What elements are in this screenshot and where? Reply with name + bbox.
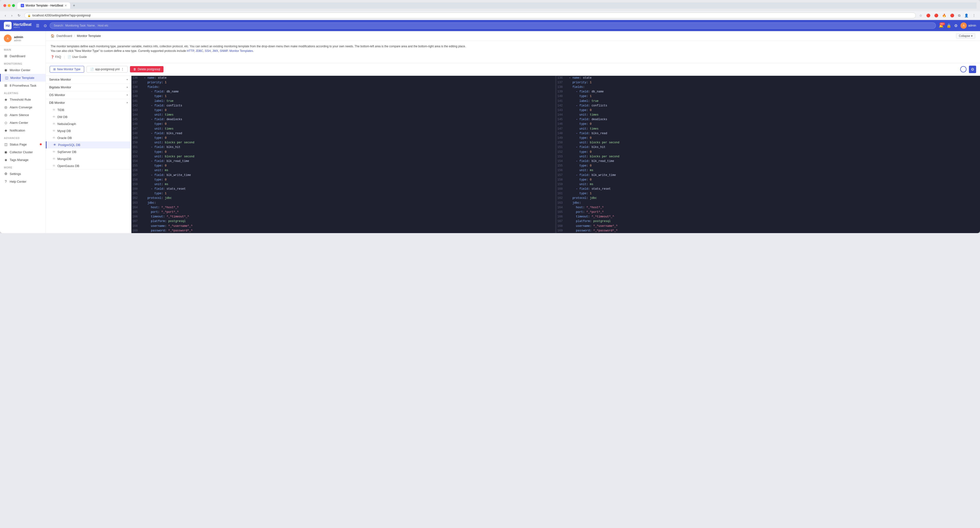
sidebar-item-label: Settings bbox=[10, 172, 21, 175]
extensions-btn[interactable]: ⧉ bbox=[957, 13, 961, 18]
user-guide-icon: 📄 bbox=[67, 55, 71, 59]
maximize-button[interactable] bbox=[12, 4, 15, 7]
protocol-jmx[interactable]: JMX bbox=[212, 49, 218, 53]
protocol-http[interactable]: HTTP bbox=[187, 49, 194, 53]
list-item-nebula[interactable]: 👁 NebulaGraph bbox=[46, 120, 131, 128]
logo-area: Hz HertzBeat HERTZ bbox=[4, 22, 32, 29]
breadcrumb-home-label[interactable]: DashBoard bbox=[56, 34, 72, 38]
back-button[interactable]: ‹ bbox=[3, 13, 8, 18]
service-monitor-header[interactable]: Service Monitor ▾ bbox=[46, 76, 131, 83]
protocol-snmp[interactable]: SNMP bbox=[220, 49, 228, 53]
line-content: - field: blks_read bbox=[565, 131, 980, 136]
sidebar-item-dashboard[interactable]: ⊞ DashBoard bbox=[0, 52, 46, 60]
faq-link[interactable]: ❓ FAQ bbox=[51, 55, 61, 59]
sidebar-item-alarm-center[interactable]: ◇ Alarm Center bbox=[0, 119, 46, 126]
code-pane-left[interactable]: 136 - name: state 137 priority: 1 138 fi… bbox=[131, 76, 555, 233]
extension-icon-2[interactable]: 🔴 bbox=[933, 13, 939, 18]
bigdata-monitor-header[interactable]: Bigdata Monitor ▾ bbox=[46, 83, 131, 91]
line-content: - field: blks_hit bbox=[565, 145, 980, 150]
code-line: 139 - field: db_name bbox=[557, 89, 980, 94]
profile-icon[interactable]: 👤 bbox=[963, 13, 969, 18]
code-line: 137 priority: 1 bbox=[131, 80, 555, 85]
notification-button[interactable]: 🔔 99+ bbox=[939, 23, 943, 28]
sidebar-user: A admin admin bbox=[0, 31, 46, 46]
line-content: unit: blocks per second bbox=[565, 155, 980, 159]
settings-float-button[interactable]: ⚙ bbox=[969, 65, 976, 73]
sidebar-item-alarm-silence[interactable]: ◎ Alarm Silence bbox=[0, 111, 46, 119]
line-number: 163 bbox=[557, 201, 566, 205]
code-line: 151 - field: blks_hit bbox=[131, 145, 555, 150]
header-menu-button[interactable]: ☰ bbox=[35, 22, 41, 29]
code-line: 166 timeout: ^_^timeout^_^ bbox=[557, 215, 980, 219]
sidebar-item-tags-manage[interactable]: ◈ Tags Manage bbox=[0, 156, 46, 164]
sidebar-role: admin bbox=[14, 39, 23, 42]
item-label: MongoDB bbox=[57, 157, 72, 161]
list-item-oracle[interactable]: 👁 Oracle DB bbox=[46, 134, 131, 141]
bookmark-icon[interactable]: ☆ bbox=[918, 13, 923, 18]
lock-icon-btn[interactable]: 🔒 bbox=[947, 23, 951, 28]
sidebar-item-monitor-template[interactable]: ◫ Monitor Template bbox=[0, 74, 46, 81]
sidebar-item-settings[interactable]: ⚙ Settings bbox=[0, 170, 46, 178]
protocol-ssh[interactable]: SSH bbox=[205, 49, 211, 53]
list-item-mysql[interactable]: 👁 Mysql DB bbox=[46, 128, 131, 134]
line-number: 166 bbox=[557, 215, 566, 219]
user-button[interactable]: A admin bbox=[961, 22, 976, 29]
collapse-arrow-icon: ▾ bbox=[971, 34, 972, 38]
sidebar-item-prometheus-task[interactable]: ⊞ 8 Prometheus Task bbox=[0, 81, 46, 89]
sidebar-item-monitor-center[interactable]: ◉ Monitor Center bbox=[0, 66, 46, 74]
settings-icon-btn[interactable]: ⚙ bbox=[954, 23, 958, 28]
address-bar[interactable]: 🔒 localhost:4200/setting/define?app=post… bbox=[24, 13, 916, 18]
sidebar-item-status-page[interactable]: ◫ Status Page bbox=[0, 140, 46, 148]
list-item-dmdb[interactable]: 👁 DM DB bbox=[46, 113, 131, 120]
extension-icon-4[interactable]: 🔴 bbox=[949, 13, 955, 18]
collapse-button[interactable]: Collapse ▾ bbox=[956, 33, 975, 38]
settings-icon: ⚙ bbox=[4, 172, 8, 175]
sidebar-item-help-center[interactable]: ? Help Center bbox=[0, 178, 46, 185]
list-item-mongodb[interactable]: 👁 MongoDB bbox=[46, 155, 131, 163]
protocol-jdbc[interactable]: JDBC bbox=[196, 49, 203, 53]
browser-frame: H Monitor Template - HertzBeat ✕ + ‹ › ↻… bbox=[0, 0, 980, 233]
list-item-tidb[interactable]: 👁 TiDB bbox=[46, 107, 131, 113]
sidebar-section-alerting: Alerting bbox=[0, 89, 46, 96]
list-item-opengauss[interactable]: 👁 OpenGauss DB bbox=[46, 163, 131, 169]
line-number: 149 bbox=[557, 136, 566, 140]
tab-close-icon[interactable]: ✕ bbox=[65, 4, 67, 7]
bigdata-monitor-arrow: ▾ bbox=[127, 86, 128, 89]
active-tab[interactable]: H Monitor Template - HertzBeat ✕ bbox=[18, 2, 70, 9]
item-label: Mysql DB bbox=[57, 129, 71, 133]
line-content: type: 0 bbox=[141, 136, 555, 140]
reload-button[interactable]: ↻ bbox=[16, 13, 22, 18]
code-line: 169 password: ^_^password^_^ bbox=[131, 228, 555, 233]
monitor-templates-link[interactable]: Monitor Templates bbox=[229, 49, 253, 53]
github-icon[interactable]: ⊙ bbox=[44, 23, 47, 28]
new-monitor-type-button[interactable]: ⊞ New Monitor Type bbox=[50, 66, 84, 73]
breadcrumb-home[interactable]: 🏠 bbox=[51, 34, 54, 38]
list-item-sqlserver[interactable]: 👁 SqlServer DB bbox=[46, 148, 131, 155]
db-monitor-header[interactable]: DB Monitor ▾ bbox=[46, 99, 131, 107]
editor-area: ⊞ New Monitor Type 📄 app-postgresql.yml … bbox=[46, 63, 980, 233]
sidebar-item-label: Alarm Center bbox=[10, 121, 28, 124]
delete-button[interactable]: 🗑 Delete postgresql bbox=[130, 66, 164, 72]
sidebar-item-threshold-rule[interactable]: ◈ Threshold Rule bbox=[0, 96, 46, 103]
sidebar-section-main: Main bbox=[0, 46, 46, 52]
sidebar-item-collector-cluster[interactable]: ◉ Collector Cluster bbox=[0, 148, 46, 156]
user-guide-link[interactable]: 📄 User Guide bbox=[67, 55, 87, 59]
line-number: 140 bbox=[131, 94, 141, 99]
extension-icon-3[interactable]: 🔥 bbox=[941, 13, 947, 18]
code-pane-right[interactable]: 136 - name: state 137 priority: 1 138 fi… bbox=[557, 76, 980, 233]
item-label: Oracle DB bbox=[57, 136, 72, 140]
extension-icon-1[interactable]: 🔴 bbox=[925, 13, 931, 18]
menu-icon[interactable]: ⋮ bbox=[971, 13, 977, 18]
sidebar-item-alarm-converge[interactable]: ◎ Alarm Converge bbox=[0, 103, 46, 111]
code-line: 148 - field: blks_read bbox=[557, 131, 980, 136]
forward-button[interactable]: › bbox=[10, 13, 14, 18]
search-input[interactable] bbox=[50, 22, 936, 29]
file-button[interactable]: 📄 app-postgresql.yml ⋮ bbox=[87, 66, 127, 73]
new-tab-button[interactable]: + bbox=[72, 3, 76, 8]
minimize-button[interactable] bbox=[8, 4, 11, 7]
list-item-postgresql[interactable]: 👁 PostgreSQL DB bbox=[46, 141, 131, 148]
sidebar-item-notification[interactable]: ◈ Notification bbox=[0, 126, 46, 134]
close-button[interactable] bbox=[3, 4, 6, 7]
toggle-button[interactable] bbox=[960, 66, 967, 72]
os-monitor-header[interactable]: OS Monitor ▾ bbox=[46, 91, 131, 99]
